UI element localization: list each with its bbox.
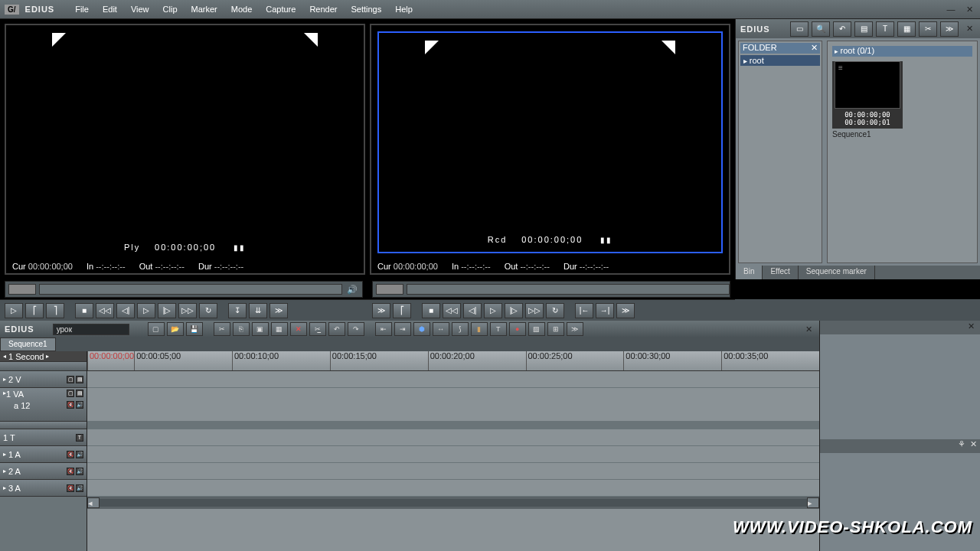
play-icon[interactable]: ▷ [5, 303, 23, 318]
speaker-icon[interactable]: 🔊 [347, 285, 358, 295]
recorder-screen[interactable]: Rcd 00:00:00;00 ▮▮ [377, 31, 723, 253]
new-seq-icon[interactable]: ▤ [854, 21, 873, 37]
close-button[interactable]: ✕ [963, 4, 975, 15]
speaker-icon[interactable]: 🔊 [76, 401, 83, 409]
menu-capture[interactable]: Capture [259, 2, 302, 16]
project-name-input[interactable] [53, 324, 129, 335]
rewind-icon[interactable]: ◁◁ [96, 303, 114, 318]
track-head-3a[interactable]: ▸3 A 🔇🔊 [0, 480, 87, 497]
sequence-tab[interactable]: Sequence1 [0, 337, 56, 351]
voice-over-icon[interactable]: ● [509, 322, 526, 336]
folder-close-icon[interactable]: ✕ [811, 43, 818, 54]
next-frame-icon[interactable]: |▷ [158, 303, 176, 318]
go-icon[interactable]: ≫ [372, 303, 390, 318]
track-toggle-icon[interactable]: ▢ [67, 390, 74, 397]
insert-mode-icon[interactable]: ⇤ [375, 322, 392, 336]
mute-icon[interactable]: 🔇 [67, 484, 74, 492]
mute-icon[interactable]: 🔇 [67, 401, 74, 409]
track-lane-2a[interactable] [87, 463, 819, 480]
mute-icon[interactable]: 🔇 [67, 468, 74, 475]
stop-icon[interactable]: ■ [422, 303, 440, 318]
paste-icon[interactable]: ▣ [252, 322, 269, 336]
title-lock-icon[interactable]: T [76, 434, 83, 442]
save-icon[interactable]: 💾 [186, 322, 203, 336]
close-icon[interactable]: ✕ [970, 439, 977, 453]
track-head-1t[interactable]: 1 T T [0, 429, 87, 446]
track-lane-2v[interactable] [87, 371, 819, 388]
play-button[interactable]: ▷ [484, 303, 502, 318]
marker-icon[interactable]: ▮ [471, 322, 488, 336]
render-icon[interactable]: ▧ [528, 322, 545, 336]
track-lane-1t[interactable] [87, 429, 819, 446]
overwrite-mode-icon[interactable]: ⇥ [394, 322, 411, 336]
delete-icon[interactable]: ✕ [290, 322, 307, 336]
effect-close-button[interactable]: ✕ [965, 321, 977, 331]
fastfwd-icon[interactable]: ▷▷ [525, 303, 544, 318]
play-button[interactable]: ▷ [137, 303, 155, 318]
recorder-scrub-row[interactable] [372, 281, 730, 298]
bars-icon[interactable]: ▦ [897, 21, 916, 37]
track-head-2v[interactable]: ▸2 V ▢▤ [0, 371, 87, 388]
next-edit-icon[interactable]: →| [596, 303, 614, 318]
tab-bin[interactable]: Bin [736, 266, 763, 279]
ripple-mode-icon[interactable]: ⬢ [413, 322, 430, 336]
timeline-hscroll[interactable]: ◂ ▸ [87, 497, 819, 509]
player-scrub-row[interactable]: 🔊 [5, 281, 363, 298]
tab-sequence-marker[interactable]: Sequence marker [799, 266, 875, 279]
minimize-button[interactable]: — [945, 4, 957, 15]
track-lane-1a[interactable] [87, 446, 819, 463]
mark-out-icon[interactable]: ⎤ [46, 303, 64, 318]
new-icon[interactable]: ▢ [148, 322, 165, 336]
mute-icon[interactable]: 🔇 [67, 451, 74, 458]
bin-close-button[interactable]: ✕ [963, 24, 975, 34]
track-toggle-icon[interactable]: ▢ [67, 376, 74, 383]
speaker-icon[interactable]: 🔊 [76, 484, 83, 492]
timeline-close-button[interactable]: ✕ [802, 324, 815, 334]
menu-clip[interactable]: Clip [156, 2, 185, 16]
layout-icon[interactable]: ⊞ [547, 322, 564, 336]
menu-edit[interactable]: Edit [96, 2, 124, 16]
menu-marker[interactable]: Marker [185, 2, 224, 16]
folder-icon[interactable]: ▭ [790, 21, 808, 37]
redo-icon[interactable]: ↷ [348, 322, 364, 336]
track-head-1a[interactable]: ▸1 A 🔇🔊 [0, 446, 87, 463]
player-scrub-track[interactable] [39, 284, 342, 295]
track-head-2a[interactable]: ▸2 A 🔇🔊 [0, 463, 87, 480]
fastfwd-icon[interactable]: ▷▷ [178, 303, 197, 318]
clip-list[interactable]: ▸ root (0/1) ≡ 00:00:00;00 00:00:00;01 S… [827, 41, 978, 263]
more-transport-icon[interactable]: ≫ [270, 303, 288, 318]
title-tool-icon[interactable]: T [490, 322, 507, 336]
copy-icon[interactable]: ⎘ [233, 322, 250, 336]
loop-icon[interactable]: ↻ [546, 303, 564, 318]
track-head-1va[interactable]: ▸1 VA ▢▤ a 12 🔇🔊 [0, 388, 87, 422]
track-lane-3a[interactable] [87, 480, 819, 497]
timeline-ruler[interactable]: 00:00:00;00 00:00:05;00 00:00:10;00 00:0… [87, 351, 819, 371]
shuttle-handle[interactable] [376, 284, 403, 295]
prev-edit-icon[interactable]: |← [575, 303, 593, 318]
menu-view[interactable]: View [124, 2, 156, 16]
speaker-icon[interactable]: 🔊 [76, 451, 83, 458]
next-frame-icon[interactable]: |▷ [505, 303, 523, 318]
up-icon[interactable]: ↶ [833, 21, 851, 37]
cut-icon[interactable]: ✂ [919, 21, 937, 37]
insert-icon[interactable]: ↧ [228, 303, 247, 318]
open-icon[interactable]: 📂 [167, 322, 184, 336]
tracks-area[interactable]: 00:00:00;00 00:00:05;00 00:00:10;00 00:0… [87, 351, 819, 551]
player-screen[interactable]: Ply 00:00:00;00 ▮▮ [6, 25, 364, 259]
track-lane-1va[interactable] [87, 388, 819, 422]
sync-lock-icon[interactable]: ↔ [433, 322, 449, 336]
recorder-scrub-track[interactable] [407, 284, 730, 295]
ripple-delete-icon[interactable]: ✂̲ [309, 322, 326, 336]
menu-mode[interactable]: Mode [224, 2, 260, 16]
speaker-icon[interactable]: 🔊 [76, 468, 83, 475]
group-icon[interactable]: ⟆ [452, 322, 469, 336]
paste-attr-icon[interactable]: ▦ [271, 322, 288, 336]
mark-in-icon[interactable]: ⎡ [25, 303, 44, 318]
scroll-right-icon[interactable]: ▸ [807, 497, 819, 508]
folder-root[interactable]: ▸ root [740, 55, 820, 66]
title-icon[interactable]: T [876, 21, 894, 37]
search-icon[interactable]: 🔍 [812, 21, 830, 37]
loop-icon[interactable]: ↻ [199, 303, 217, 318]
zoom-head[interactable]: ◂1 Second▸ [0, 351, 87, 362]
rewind-icon[interactable]: ◁◁ [443, 303, 461, 318]
